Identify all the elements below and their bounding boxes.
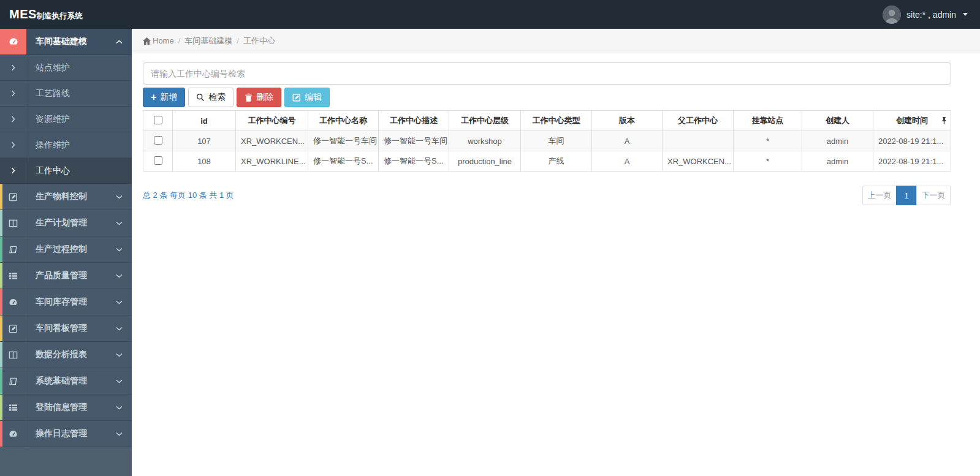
accent-strip [0,395,2,420]
row-select-cell [143,151,173,172]
sidebar-group-workshop-inventory-management[interactable]: 车间库存管理 [0,289,132,315]
sidebar-filler [0,447,132,476]
sidebar-group-label: 车间库存管理 [26,289,116,315]
accent-strip [0,315,2,341]
edit-icon [292,93,301,102]
sidebar-group-system-base-management[interactable]: 系统基础管理 [0,368,132,395]
sidebar-item-label: 操作维护 [26,132,132,157]
edit-button[interactable]: 编辑 [284,88,330,107]
next-page-button[interactable]: 下一页 [916,186,951,205]
sidebar-group-label: 车间看板管理 [26,315,116,341]
cell-desc: 修一智能一号车间 [379,131,449,151]
th-list-icon [0,263,26,289]
sidebar-group-production-plan-management[interactable]: 生产计划管理 [0,210,132,236]
breadcrumb-separator: / [237,36,239,45]
column-header-level: 工作中心层级 [449,111,521,131]
breadcrumb: Home / 车间基础建模 / 工作中心 [132,29,980,53]
chevron-up-icon [116,29,123,55]
column-header-version: 版本 [592,111,663,131]
cell-desc: 修一智能一号S... [379,151,449,172]
work-center-search-input[interactable] [143,62,951,85]
chevron-down-icon [116,421,123,447]
book-icon [0,368,26,394]
cell-creator: admin [802,131,873,151]
sidebar-item-station-maintenance[interactable]: 站点维护 [0,55,132,81]
sidebar-group-production-material-control[interactable]: 生产物料控制 [0,184,132,210]
sidebar-item-work-center[interactable]: 工作中心 [0,158,132,184]
add-button[interactable]: + 新增 [143,88,185,107]
row-checkbox[interactable] [154,136,162,145]
user-menu[interactable]: site:* , admin [883,6,968,24]
chevron-down-icon [116,236,123,262]
cell-parent [663,131,734,151]
sidebar-group-production-process-control[interactable]: 生产过程控制 [0,236,132,263]
columns-icon [0,342,26,368]
column-header-created: 创建时间 [873,111,951,131]
sidebar-group-label: 生产过程控制 [26,236,116,262]
column-header-name: 工作中心名称 [308,111,379,131]
cell-created: 2022-08-19 21:1... [873,131,951,151]
select-all-checkbox[interactable] [154,116,162,124]
sidebar-group-label: 操作日志管理 [26,421,116,447]
chevron-down-icon [116,210,123,236]
sidebar-group-product-quality-management[interactable]: 产品质量管理 [0,263,132,289]
work-center-table: id 工作中心编号 工作中心名称 工作中心描述 工作中心层级 工作中心类型 版本… [143,110,951,172]
cell-version: A [592,131,663,151]
table-row[interactable]: 107 XR_WORKCEN... 修一智能一号车间 修一智能一号车间 work… [143,131,951,151]
pagination-bar: 总 2 条 每页 10 条 共 1 页 上一页 1 下一页 [143,186,951,205]
sidebar-item-label: 工作中心 [26,158,132,183]
search-button[interactable]: 检索 [188,88,234,107]
page-number-button[interactable]: 1 [896,186,917,205]
sidebar-group-label: 生产物料控制 [26,184,116,210]
cell-level: production_line [449,151,521,172]
cell-created: 2022-08-19 21:1... [873,151,951,172]
cell-type: 产线 [521,151,592,172]
chevron-right-icon [0,158,26,183]
column-header-parent: 父工作中心 [663,111,734,131]
tachometer-icon [0,29,26,55]
tachometer-icon [0,289,26,315]
chevron-down-icon [116,395,123,420]
chevron-right-icon [0,107,26,132]
sidebar-item-operation-maintenance[interactable]: 操作维护 [0,132,132,158]
chevron-right-icon [0,132,26,157]
chevron-down-icon [116,289,123,315]
breadcrumb-separator: / [178,36,181,45]
page-content: + 新增 检索 删除 编辑 [132,53,980,205]
cell-station: * [734,131,802,151]
sidebar-group-workshop-kanban-management[interactable]: 车间看板管理 [0,315,132,342]
sidebar-group-workshop-modeling[interactable]: 车间基础建模 [0,29,132,55]
sidebar-group-operation-log-management[interactable]: 操作日志管理 [0,421,132,447]
sidebar-group-label: 车间基础建模 [26,29,116,55]
select-all-header [143,111,173,131]
table-row[interactable]: 108 XR_WORKLINE... 修一智能一号S... 修一智能一号S...… [143,151,951,172]
breadcrumb-home[interactable]: Home [143,36,174,45]
logo-bold: MES [9,7,37,21]
search-icon [196,93,205,102]
row-checkbox[interactable] [154,156,162,165]
th-list-icon [0,395,26,420]
sidebar-group-login-info-management[interactable]: 登陆信息管理 [0,395,132,421]
sidebar-group-data-analysis-report[interactable]: 数据分析报表 [0,342,132,368]
pagination-summary: 总 2 条 每页 10 条 共 1 页 [143,190,234,201]
sidebar-item-label: 资源维护 [26,107,132,132]
user-avatar [883,6,901,24]
breadcrumb-current: 工作中心 [243,36,275,47]
sidebar-item-resource-maintenance[interactable]: 资源维护 [0,107,132,132]
cell-level: workshop [449,131,521,151]
chevron-right-icon [0,81,26,106]
sidebar-group-label: 数据分析报表 [26,342,116,368]
sidebar-group-label: 产品质量管理 [26,263,116,289]
delete-button[interactable]: 删除 [237,88,281,107]
prev-page-button[interactable]: 上一页 [862,186,897,205]
sidebar: 车间基础建模 站点维护 工艺路线 资源维护 [0,29,132,476]
cell-id: 107 [173,131,236,151]
pencil-square-icon [0,184,26,210]
cell-name: 修一智能一号S... [308,151,379,172]
cell-parent: XR_WORKCEN... [663,151,734,172]
breadcrumb-section[interactable]: 车间基础建模 [184,36,232,47]
sidebar-item-process-route[interactable]: 工艺路线 [0,81,132,107]
pushpin-icon[interactable] [941,117,947,124]
cell-creator: admin [802,151,873,172]
accent-strip [0,368,2,394]
